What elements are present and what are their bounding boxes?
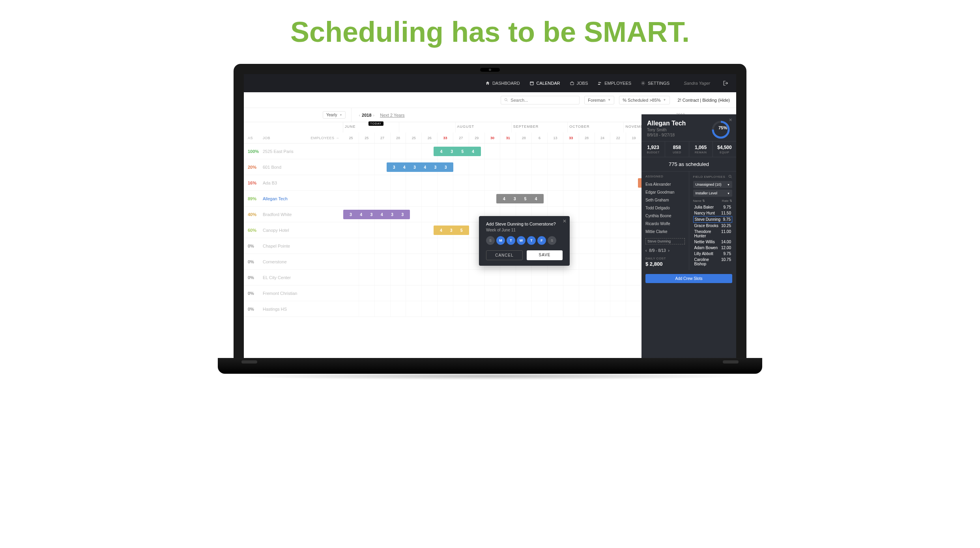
emp-rate-header[interactable]: Rate ⇅ bbox=[722, 199, 732, 203]
prev-week-button[interactable]: ‹ bbox=[645, 248, 647, 253]
employee-row[interactable]: Lilly Abbott9.75 bbox=[693, 251, 733, 257]
foreman-filter[interactable]: Foreman ▼ bbox=[584, 96, 614, 104]
day-chip[interactable]: T bbox=[507, 236, 515, 245]
daily-cost-value: $ 2,800 bbox=[645, 261, 685, 267]
day-chip[interactable]: S bbox=[548, 236, 556, 245]
save-button[interactable]: SAVE bbox=[527, 250, 563, 260]
month-cell bbox=[399, 122, 455, 132]
job-name: 2525 East Paris bbox=[263, 149, 294, 154]
add-employee-popup: ✕ Add Steve Dunning to Cornerstone? Week… bbox=[479, 216, 570, 266]
nav-calendar[interactable]: CALENDAR bbox=[529, 81, 560, 86]
yearly-select[interactable]: Yearly ▼ bbox=[323, 111, 346, 119]
nav-calendar-label: CALENDAR bbox=[537, 81, 560, 86]
scheduled-count: 775 as scheduled bbox=[641, 157, 736, 171]
assigned-header: ASSIGNED bbox=[645, 175, 685, 178]
month-cell: SEPTEMBER bbox=[512, 122, 568, 132]
day-col: 25 bbox=[406, 132, 422, 143]
day-col: 33 bbox=[563, 132, 579, 143]
day-col: 33 bbox=[438, 132, 453, 143]
prev-year-button[interactable]: ‹ bbox=[357, 113, 362, 117]
job-name: Chapel Pointe bbox=[263, 244, 290, 248]
employee-row[interactable]: Nettie Willis14.00 bbox=[693, 239, 733, 245]
nav-jobs[interactable]: JOBS bbox=[570, 81, 588, 86]
assigned-item[interactable]: Mittie Clarke bbox=[645, 228, 685, 236]
day-col: 25 bbox=[359, 132, 375, 143]
installer-select[interactable]: Installer Level ▼ bbox=[693, 190, 733, 197]
day-col: 22 bbox=[610, 132, 626, 143]
next-year-button[interactable]: › bbox=[372, 113, 376, 117]
search-input[interactable] bbox=[511, 98, 576, 103]
assigned-item[interactable]: Edgar Goodman bbox=[645, 188, 685, 196]
search-icon bbox=[504, 98, 508, 102]
day-col: 27 bbox=[453, 132, 469, 143]
chevron-down-icon: ▼ bbox=[663, 98, 666, 102]
search-icon[interactable] bbox=[728, 175, 732, 179]
nav-settings[interactable]: SETTINGS bbox=[641, 81, 670, 86]
schedule-bar[interactable]: 4354 bbox=[496, 194, 544, 203]
progress-pct: 75% bbox=[718, 125, 727, 130]
job-name: Bradford White bbox=[263, 212, 292, 217]
job-pct: 100% bbox=[248, 149, 263, 154]
popup-title: Add Steve Dunning to Cornerstone? bbox=[486, 222, 563, 226]
contract-status[interactable]: 2! Contract | Bidding (Hide) bbox=[678, 98, 730, 103]
yearly-label: Yearly bbox=[326, 113, 337, 117]
today-marker: TODAY bbox=[368, 121, 383, 126]
close-icon[interactable]: ✕ bbox=[563, 218, 567, 224]
day-col: 29 bbox=[469, 132, 485, 143]
schedule-bar[interactable]: 343433 bbox=[343, 210, 410, 219]
svg-point-3 bbox=[505, 99, 507, 101]
day-chip[interactable]: F bbox=[537, 236, 546, 245]
next-years-link[interactable]: Next 2 Years bbox=[380, 113, 404, 117]
job-pct: 16% bbox=[248, 181, 263, 185]
hero-title: Scheduling has to be SMART. bbox=[290, 16, 690, 48]
schedule-bar[interactable]: 435 bbox=[434, 226, 469, 235]
add-crew-button[interactable]: Add Crew Slots bbox=[645, 274, 732, 283]
field-employees-header: FIELD EMPLOYEES bbox=[693, 175, 726, 179]
job-name: EL City Center bbox=[263, 275, 291, 280]
cancel-button[interactable]: CANCEL bbox=[486, 250, 523, 260]
search-box[interactable] bbox=[501, 96, 580, 104]
installer-label: Installer Level bbox=[696, 191, 718, 195]
schedule-bar[interactable]: 343433 bbox=[387, 162, 453, 172]
job-pct: 0% bbox=[248, 244, 263, 248]
day-chip[interactable]: W bbox=[517, 236, 526, 245]
logout-icon[interactable] bbox=[723, 80, 728, 86]
stat-cell: 1,923BUDGET bbox=[641, 142, 665, 157]
assigned-item[interactable]: Seth Graham bbox=[645, 196, 685, 204]
unassigned-select[interactable]: Unassigned (10) ▼ bbox=[693, 181, 733, 188]
people-icon bbox=[597, 81, 602, 86]
emp-name-header[interactable]: Name ⇅ bbox=[693, 199, 705, 203]
employee-row[interactable]: Adam Bowen12.00 bbox=[693, 245, 733, 251]
schedule-bar[interactable]: 4354 bbox=[434, 147, 481, 156]
nav-user[interactable]: Sandra Yager bbox=[684, 81, 710, 86]
briefcase-icon bbox=[570, 81, 574, 86]
assigned-item[interactable]: Todd Delgado bbox=[645, 204, 685, 212]
day-col: 27 bbox=[375, 132, 391, 143]
nav-employees[interactable]: EMPLOYEES bbox=[597, 81, 631, 86]
svg-point-0 bbox=[598, 82, 600, 83]
day-chip[interactable]: T bbox=[527, 236, 536, 245]
employee-row[interactable]: Julia Baker9.75 bbox=[693, 204, 733, 210]
assigned-item[interactable]: Cynthia Boone bbox=[645, 212, 685, 220]
drag-target[interactable]: Steve Dunning bbox=[645, 238, 685, 244]
employee-row[interactable]: Theodore Hunter11.00 bbox=[693, 229, 733, 239]
day-chip[interactable]: M bbox=[496, 236, 505, 245]
col-employees: EMPLOYEES → bbox=[310, 136, 339, 140]
daily-cost-label: DAILY COST bbox=[645, 257, 685, 260]
employee-row[interactable]: Nancy Hunt11.50 bbox=[693, 210, 733, 216]
scheduled-filter[interactable]: % Scheduled >85% ▼ bbox=[619, 96, 670, 104]
nav-dashboard[interactable]: DASHBOARD bbox=[485, 81, 520, 86]
filter-bar: Foreman ▼ % Scheduled >85% ▼ 2! Contract… bbox=[244, 92, 736, 108]
divider bbox=[351, 108, 352, 122]
next-week-button[interactable]: › bbox=[668, 248, 670, 253]
nav-employees-label: EMPLOYEES bbox=[604, 81, 631, 86]
employee-row[interactable]: Steve Dunning9.75 bbox=[693, 216, 733, 223]
day-chip[interactable]: S bbox=[486, 236, 495, 245]
assigned-item[interactable]: Ricardo Wolfe bbox=[645, 220, 685, 228]
chevron-down-icon: ▼ bbox=[608, 98, 611, 102]
assigned-item[interactable]: Eva Alexander bbox=[645, 181, 685, 188]
employee-row[interactable]: Grace Brooks10.25 bbox=[693, 223, 733, 229]
job-name: Ada B3 bbox=[263, 181, 277, 185]
stat-cell: 1,065REMAIN bbox=[689, 142, 713, 157]
employee-row[interactable]: Caroline Bishop10.75 bbox=[693, 257, 733, 267]
